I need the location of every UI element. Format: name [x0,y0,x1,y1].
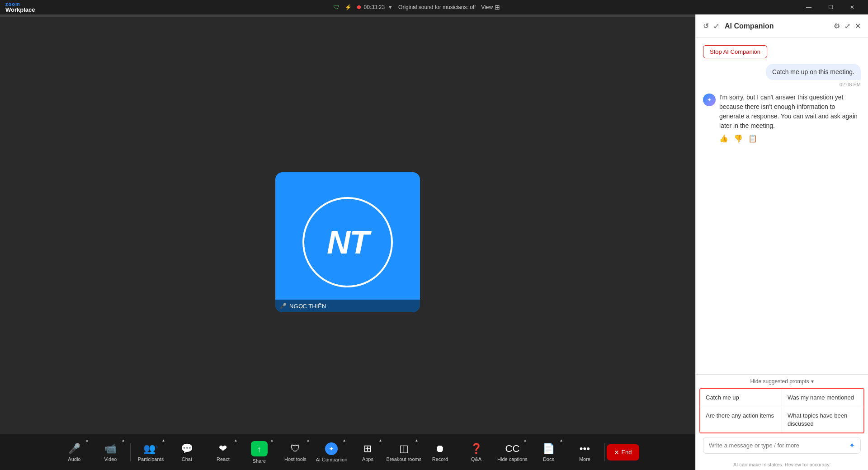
prompt-topics-discussed[interactable]: What topics have been discussed [782,407,863,432]
apps-caret[interactable]: ▲ [379,438,382,442]
lightning-icon: ⚡ [345,4,352,10]
timer-caret: ▼ [387,4,393,10]
toolbar-chat[interactable]: 💬 Chat [169,437,205,468]
more-label: More [579,456,590,462]
docs-icon: 📄 [542,443,555,455]
share-caret[interactable]: ▲ [270,438,274,442]
original-sound-text: Original sound for musicians: off [398,4,476,10]
record-icon: ⏺ [435,443,445,455]
toolbar-participants[interactable]: ▲ 👥1 Participants [132,437,169,468]
ai-panel-settings-icon[interactable]: ⚙ [834,22,840,30]
ai-panel-nav-icons: ↺ ⤢ [703,22,719,30]
toolbar-react[interactable]: ▲ ❤ React [205,437,241,468]
end-icon: ✕ [614,449,619,456]
chat-icon: 💬 [181,443,193,455]
recording-dot [357,5,361,9]
breakout-rooms-caret[interactable]: ▲ [415,438,419,442]
host-tools-caret[interactable]: ▲ [307,438,310,442]
toolbar-ai-companion[interactable]: ▲ ✦ AI Companion [313,437,349,468]
video-label: Video [104,456,117,462]
react-icon: ❤ [219,443,227,455]
toolbar-audio[interactable]: ▲ 🎤 Audio [56,437,92,468]
zoom-wordmark: zoom Workplace [5,2,35,13]
toolbar-host-tools[interactable]: ▲ 🛡 Host tools [277,437,313,468]
toolbar-docs[interactable]: ▲ 📄 Docs [530,437,566,468]
close-button[interactable]: ✕ [842,0,863,14]
participants-count: 1 [156,444,158,449]
ai-panel-external-icon[interactable]: ⤢ [713,22,719,30]
ai-avatar: ✦ [703,94,716,106]
ai-companion-badge: ✦ [325,442,338,455]
prompt-action-items[interactable]: Are there any action items [700,407,782,432]
ai-message-row: ✦ I'm sorry, but I can't answer this que… [703,93,861,143]
video-caret[interactable]: ▲ [122,438,125,442]
end-button[interactable]: ✕ End [607,444,639,461]
message-input-row: ✦ [703,437,861,454]
title-bar-center: 🛡 ⚡ 00:33:23 ▼ Original sound for musici… [35,4,798,11]
prompts-grid: Catch me up Was my name mentioned Are th… [699,388,864,433]
share-label: Share [253,458,266,464]
hide-prompts-label: Hide suggested prompts [750,378,809,385]
minimize-button[interactable]: — [798,0,819,14]
view-button[interactable]: View ⊞ [481,4,500,11]
toolbar-record[interactable]: ⏺ Record [422,437,458,468]
more-icon: ••• [580,443,590,455]
ai-companion-label: AI Companion [316,457,348,462]
meeting-area: NT 🎤 NGỌC THIÊN [0,14,695,470]
ai-panel-back-icon[interactable]: ↺ [703,22,709,30]
ai-message-content: I'm sorry, but I can't answer this quest… [719,93,861,143]
separator-2 [604,443,605,461]
ai-copy-button[interactable]: 📋 [748,134,757,143]
prompt-catch-me-up[interactable]: Catch me up [700,389,782,406]
ai-panel-title: AI Companion [725,22,830,30]
breakout-rooms-label: Breakout rooms [387,456,422,462]
timer-area[interactable]: 00:33:23 ▼ [357,4,393,10]
participants-caret[interactable]: ▲ [162,438,165,442]
message-input[interactable] [709,442,845,449]
hide-prompts-bar[interactable]: Hide suggested prompts ▾ [696,375,868,388]
send-button[interactable]: ✦ [849,441,855,450]
toolbar-qa[interactable]: ❓ Q&A [458,437,494,468]
prompt-was-my-name[interactable]: Was my name mentioned [782,389,863,406]
react-label: React [217,456,230,462]
window-controls: — ☐ ✕ [798,0,863,14]
audio-label: Audio [68,456,80,462]
audio-caret[interactable]: ▲ [85,438,89,442]
view-label: View [481,4,493,10]
maximize-button[interactable]: ☐ [820,0,841,14]
ai-panel-footer: Hide suggested prompts ▾ Catch me up Was… [696,374,868,470]
toolbar-share[interactable]: ▲ ↑ Share [241,437,277,468]
ai-thumbs-up-button[interactable]: 👍 [719,134,728,143]
docs-label: Docs [543,456,554,462]
ai-message-actions: 👍 👎 📋 [719,134,861,143]
message-time: 02:08 PM [840,82,861,87]
toolbar-hide-captions[interactable]: ▲ CC Hide captions [494,437,530,468]
breakout-rooms-icon: ◫ [399,443,409,455]
apps-label: Apps [362,456,373,462]
participant-video: NT 🎤 NGỌC THIÊN [275,172,420,312]
captions-icon: CC [505,443,520,455]
end-label: End [621,449,632,456]
host-tools-icon: 🛡 [290,443,300,455]
stop-ai-companion-button[interactable]: Stop AI Companion [703,45,767,58]
captions-caret[interactable]: ▲ [524,438,527,442]
host-tools-label: Host tools [284,456,307,462]
docs-caret[interactable]: ▲ [560,438,563,442]
record-label: Record [432,456,448,462]
captions-label: Hide captions [497,456,528,462]
toolbar-video[interactable]: ▲ 📹 Video [92,437,128,468]
ai-panel-popout-icon[interactable]: ⤢ [844,22,850,30]
nt-initials: NT [327,224,368,261]
react-caret[interactable]: ▲ [234,438,238,442]
participants-icon: 👥1 [143,443,158,455]
ai-thumbs-down-button[interactable]: 👎 [734,134,743,143]
ai-panel-close-icon[interactable]: ✕ [855,22,861,30]
toolbar-apps[interactable]: ▲ ⊞ Apps [349,437,386,468]
end-button-area[interactable]: ✕ End [607,444,639,461]
toolbar-breakout-rooms[interactable]: ▲ ◫ Breakout rooms [386,437,422,468]
user-message-container: Catch me up on this meeting. 02:08 PM [703,64,861,87]
qa-label: Q&A [471,456,481,462]
participants-label: Participants [138,456,164,462]
ai-companion-caret[interactable]: ▲ [343,438,346,442]
toolbar-more[interactable]: ••• More [566,437,603,468]
